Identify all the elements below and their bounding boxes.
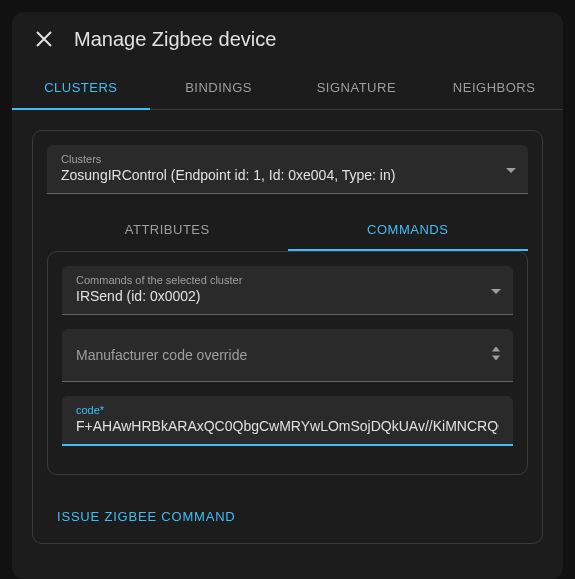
issue-zigbee-command-button[interactable]: ISSUE ZIGBEE COMMAND (57, 509, 236, 524)
code-field-label: code* (76, 404, 499, 416)
tab-bindings[interactable]: BINDINGS (150, 66, 288, 109)
dialog-header: Manage Zigbee device (12, 12, 563, 66)
dialog-title: Manage Zigbee device (74, 28, 276, 51)
manufacturer-code-field[interactable]: Manufacturer code override (62, 329, 513, 382)
chevron-down-icon (491, 281, 501, 299)
code-field-value: F+AHAwHRBkARAxQC0QbgCwMRYwLOmSojDQkUAv//… (76, 418, 499, 434)
commands-select-value: IRSend (id: 0x0002) (76, 288, 499, 304)
clusters-select-label: Clusters (61, 153, 514, 165)
tab-clusters[interactable]: CLUSTERS (12, 66, 150, 109)
commands-select-label: Commands of the selected cluster (76, 274, 499, 286)
main-tabs: CLUSTERS BINDINGS SIGNATURE NEIGHBORS (12, 66, 563, 110)
chevron-down-icon (506, 160, 516, 178)
close-icon (35, 30, 53, 48)
stepper-icon[interactable] (491, 347, 501, 364)
manage-zigbee-dialog: Manage Zigbee device CLUSTERS BINDINGS S… (12, 12, 563, 579)
manufacturer-code-placeholder: Manufacturer code override (76, 347, 499, 363)
tab-signature[interactable]: SIGNATURE (288, 66, 426, 109)
cluster-inner-tabs: ATTRIBUTES COMMANDS (47, 208, 528, 251)
commands-card: Commands of the selected cluster IRSend … (47, 251, 528, 475)
tab-attributes[interactable]: ATTRIBUTES (47, 208, 288, 251)
dialog-content: Clusters ZosungIRControl (Endpoint id: 1… (12, 110, 563, 579)
clusters-select[interactable]: Clusters ZosungIRControl (Endpoint id: 1… (47, 145, 528, 194)
tab-neighbors[interactable]: NEIGHBORS (425, 66, 563, 109)
tab-commands[interactable]: COMMANDS (288, 208, 529, 251)
action-row: ISSUE ZIGBEE COMMAND (33, 489, 542, 543)
close-button[interactable] (32, 27, 56, 51)
clusters-card: Clusters ZosungIRControl (Endpoint id: 1… (32, 130, 543, 544)
clusters-select-value: ZosungIRControl (Endpoint id: 1, Id: 0xe… (61, 167, 514, 183)
commands-select[interactable]: Commands of the selected cluster IRSend … (62, 266, 513, 315)
code-field[interactable]: code* F+AHAwHRBkARAxQC0QbgCwMRYwLOmSojDQ… (62, 396, 513, 446)
